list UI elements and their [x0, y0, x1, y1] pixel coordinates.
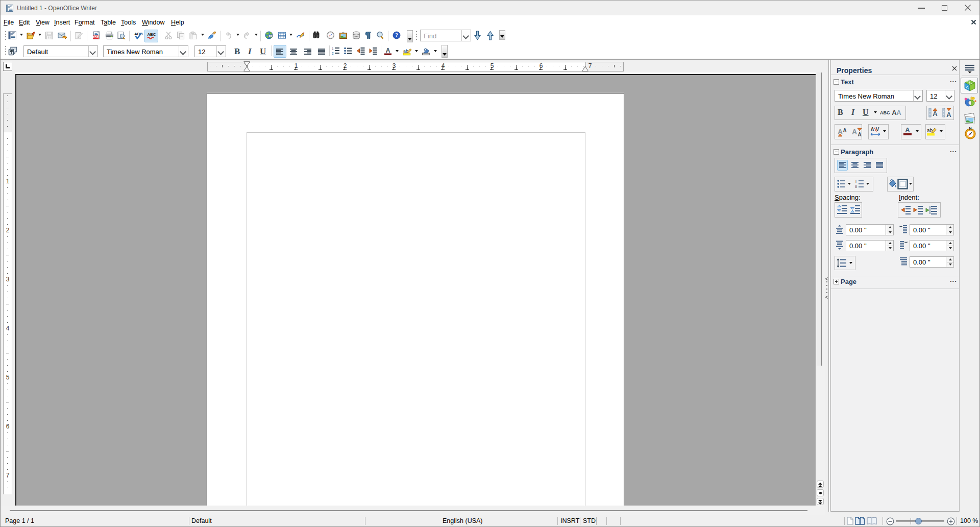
svg-text:PDF: PDF: [93, 36, 99, 39]
svg-text:A: A: [857, 132, 861, 137]
svg-text:A: A: [946, 111, 951, 118]
svg-text:II: II: [855, 185, 857, 188]
svg-text:A: A: [905, 126, 910, 134]
svg-text:I: I: [855, 180, 856, 183]
svg-text:ABC: ABC: [148, 32, 156, 37]
svg-text:A: A: [852, 128, 857, 136]
svg-text:N: N: [969, 127, 971, 130]
svg-text:A: A: [843, 128, 846, 133]
svg-text:?: ?: [395, 32, 398, 38]
svg-text:A: A: [896, 109, 901, 116]
svg-text:A: A: [386, 47, 390, 54]
svg-text:2: 2: [332, 52, 334, 55]
svg-text:ABC: ABC: [134, 32, 143, 36]
svg-text:1: 1: [332, 47, 334, 51]
svg-text:A: A: [870, 127, 874, 132]
